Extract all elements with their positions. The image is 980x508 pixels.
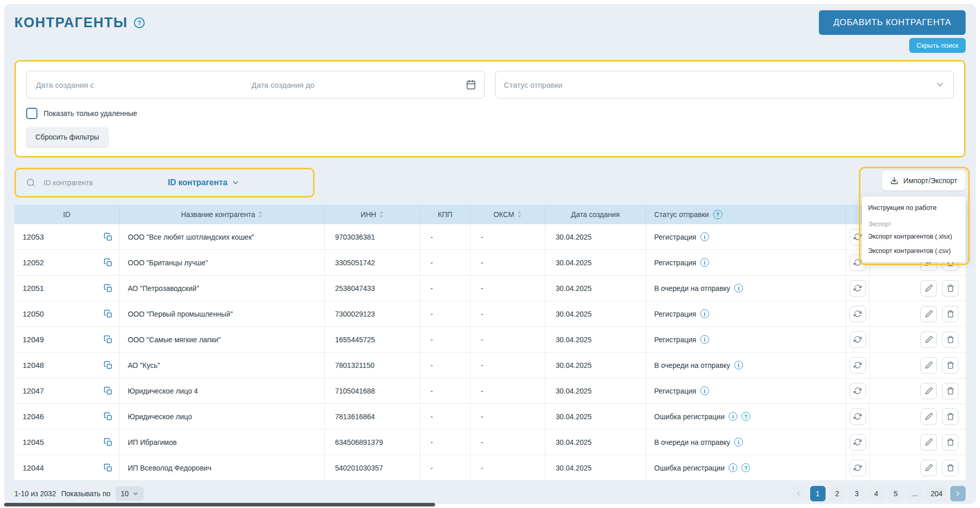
page-button-5[interactable]: 5 bbox=[888, 486, 904, 501]
edit-button[interactable] bbox=[920, 460, 937, 476]
resend-button[interactable] bbox=[850, 460, 866, 476]
refresh-icon bbox=[854, 464, 861, 472]
show-deleted-checkbox[interactable] bbox=[26, 108, 37, 119]
status-info-icon[interactable] bbox=[734, 284, 743, 292]
cell-name: ООО "Британцы лучше" bbox=[120, 250, 325, 275]
delete-button[interactable] bbox=[942, 408, 958, 425]
per-page-select[interactable]: 10 bbox=[115, 486, 144, 501]
copy-icon[interactable] bbox=[104, 335, 113, 344]
search-field-selector[interactable]: ID контрагента bbox=[168, 178, 240, 187]
pagination-ellipsis[interactable]: ... bbox=[908, 486, 923, 501]
filters-panel: Статус отправки Показать только удаленны… bbox=[14, 60, 966, 158]
add-counterparty-button[interactable]: ДОБАВИТЬ КОНТРАГЕНТА bbox=[819, 10, 966, 35]
cell-actions bbox=[870, 378, 966, 403]
status-info-icon[interactable] bbox=[729, 463, 737, 472]
copy-icon[interactable] bbox=[104, 386, 113, 396]
resend-button[interactable] bbox=[850, 357, 866, 374]
status-info-icon[interactable] bbox=[734, 438, 743, 446]
cell-oksm: - bbox=[471, 455, 545, 480]
status-info-icon[interactable] bbox=[700, 386, 709, 395]
menu-item-instruction[interactable]: Инструкция по работе bbox=[862, 199, 966, 217]
date-range-field[interactable] bbox=[26, 71, 485, 99]
page-button-3[interactable]: 3 bbox=[849, 486, 865, 501]
cell-name: АО "Петрозаводский" bbox=[120, 276, 325, 301]
edit-button[interactable] bbox=[920, 408, 937, 425]
delete-button[interactable] bbox=[942, 306, 958, 322]
resend-button[interactable] bbox=[850, 383, 866, 399]
edit-button[interactable] bbox=[920, 357, 937, 374]
status-info-icon[interactable] bbox=[700, 232, 709, 241]
edit-button[interactable] bbox=[920, 306, 937, 322]
delete-button[interactable] bbox=[942, 357, 958, 374]
copy-icon[interactable] bbox=[104, 463, 113, 473]
date-from-input[interactable] bbox=[35, 80, 250, 90]
cell-id: 12045 bbox=[14, 429, 120, 455]
delete-button[interactable] bbox=[942, 331, 958, 348]
copy-icon[interactable] bbox=[104, 438, 113, 447]
menu-item-export-xlsx[interactable]: Экспорт контрагентов (.xlsx) bbox=[862, 229, 966, 244]
status-question-icon[interactable] bbox=[741, 463, 750, 472]
copy-icon[interactable] bbox=[104, 258, 113, 267]
status-question-icon[interactable] bbox=[741, 412, 750, 421]
row-name: ИП Ибрагимов bbox=[128, 438, 177, 446]
import-export-button[interactable]: Импорт/Экспорт bbox=[882, 171, 966, 190]
status-info-icon[interactable] bbox=[700, 335, 709, 344]
menu-item-export-csv[interactable]: Экспорт контрагентов (.csv) bbox=[862, 244, 966, 258]
delete-button[interactable] bbox=[942, 460, 958, 476]
copy-icon[interactable] bbox=[104, 412, 113, 421]
pencil-icon bbox=[925, 464, 933, 472]
row-id: 12046 bbox=[23, 412, 44, 421]
per-page-label: Показывать по bbox=[61, 490, 110, 498]
sort-icon[interactable] bbox=[258, 211, 263, 218]
cell-inn: 9703036381 bbox=[325, 224, 420, 249]
copy-icon[interactable] bbox=[104, 309, 113, 319]
status-info-icon[interactable] bbox=[734, 361, 743, 369]
status-help-icon[interactable] bbox=[713, 210, 722, 219]
resend-button[interactable] bbox=[850, 434, 866, 451]
copy-icon[interactable] bbox=[104, 232, 113, 242]
page-button-4[interactable]: 4 bbox=[869, 486, 884, 501]
trash-icon bbox=[947, 284, 954, 292]
status-info-icon[interactable] bbox=[729, 412, 737, 421]
send-status-select[interactable]: Статус отправки bbox=[495, 71, 954, 99]
cell-oksm: - bbox=[471, 429, 545, 455]
row-name: АО "Кусь" bbox=[128, 361, 160, 369]
horizontal-scrollbar-thumb[interactable] bbox=[4, 503, 435, 506]
calendar-icon[interactable] bbox=[466, 80, 476, 90]
cell-id: 12049 bbox=[14, 327, 120, 352]
page-help-icon[interactable] bbox=[134, 17, 145, 28]
delete-button[interactable] bbox=[942, 434, 958, 451]
header-created: Дата создания bbox=[545, 205, 646, 224]
prev-page-button[interactable] bbox=[791, 486, 806, 501]
resend-button[interactable] bbox=[850, 408, 866, 425]
resend-button[interactable] bbox=[850, 306, 866, 322]
cell-created: 30.04.2025 bbox=[545, 224, 646, 249]
edit-button[interactable] bbox=[920, 434, 937, 451]
cell-kpp: - bbox=[420, 276, 471, 301]
reset-filters-button[interactable]: Сбросить фильтры bbox=[26, 127, 108, 147]
resend-button[interactable] bbox=[850, 280, 866, 297]
delete-button[interactable] bbox=[942, 383, 958, 399]
status-info-icon[interactable] bbox=[700, 258, 709, 267]
cell-name: ИП Ибрагимов bbox=[120, 429, 325, 455]
date-to-input[interactable] bbox=[250, 80, 466, 90]
row-kpp: - bbox=[430, 284, 433, 292]
edit-button[interactable] bbox=[920, 383, 937, 399]
edit-button[interactable] bbox=[920, 280, 937, 297]
search-input[interactable] bbox=[43, 178, 130, 187]
status-info-icon[interactable] bbox=[700, 309, 709, 318]
sort-icon[interactable] bbox=[379, 211, 384, 218]
copy-icon[interactable] bbox=[104, 284, 113, 293]
hide-search-button[interactable]: Скрыть поиск bbox=[909, 38, 966, 53]
resend-button[interactable] bbox=[850, 331, 866, 348]
copy-icon[interactable] bbox=[104, 361, 113, 370]
page-button-last[interactable]: 204 bbox=[927, 486, 946, 501]
page-button-1[interactable]: 1 bbox=[810, 486, 826, 501]
row-created: 30.04.2025 bbox=[556, 361, 592, 369]
next-page-button[interactable] bbox=[950, 486, 966, 501]
row-status: В очереди на отправку bbox=[654, 438, 730, 446]
edit-button[interactable] bbox=[920, 331, 937, 348]
page-button-2[interactable]: 2 bbox=[830, 486, 845, 501]
sort-icon[interactable] bbox=[517, 211, 522, 218]
delete-button[interactable] bbox=[942, 280, 958, 297]
